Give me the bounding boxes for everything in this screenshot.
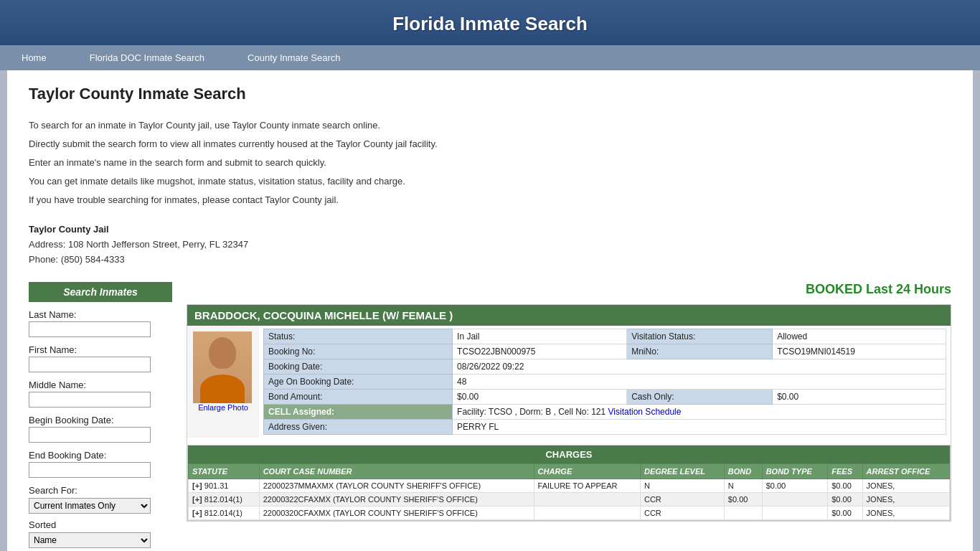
charge-cell-7: JONES, (862, 506, 949, 519)
age-value: 48 (453, 374, 946, 389)
expand-btn[interactable]: [+] (192, 509, 202, 517)
col-bond: BOND (724, 463, 762, 479)
nav-home[interactable]: Home (0, 45, 68, 70)
enlarge-photo-link[interactable]: Enlarge Photo (193, 403, 253, 412)
booking-no-label: Booking No: (264, 344, 453, 359)
sorted-select[interactable]: Name Booking Date (29, 532, 151, 548)
charge-cell-2: FAILURE TO APPEAR (534, 479, 640, 492)
charge-cell-7: JONES, (862, 479, 949, 492)
desc-line-3: Enter an inmate's name in the search for… (29, 155, 951, 171)
jail-info: Taylor County Jail Address: 108 North Je… (29, 222, 951, 267)
inmate-photo (193, 331, 252, 403)
charge-row: [+] 812.014(1)22000322CFAXMX (TAYLOR COU… (189, 492, 950, 506)
middle-name-label: Middle Name: (29, 380, 172, 390)
status-label: Status: (264, 329, 453, 344)
detail-row-address: Address Given: PERRY FL (264, 419, 946, 434)
col-fees: FEES (828, 463, 862, 479)
charge-cell-5 (762, 492, 828, 506)
visitation-status-label: Visitation Status: (627, 329, 773, 344)
end-booking-date-label: End Booking Date: (29, 450, 172, 461)
desc-line-1: To search for an inmate in Taylor County… (29, 118, 951, 133)
mni-no-value: TCSO19MNI014519 (773, 344, 946, 359)
booking-no-value: TCSO22JBN000975 (453, 344, 627, 359)
charge-cell-6: $0.00 (828, 492, 862, 506)
inmate-details: Status: In Jail Visitation Status: Allow… (259, 326, 951, 438)
charge-cell-5: $0.00 (762, 479, 828, 492)
last-name-label: Last Name: (29, 309, 172, 320)
inmate-name-bar: BRADDOCK, COCQUINA MICHELLE (W/ FEMALE ) (187, 305, 951, 326)
begin-booking-date-input[interactable] (29, 427, 151, 443)
detail-row-status: Status: In Jail Visitation Status: Allow… (264, 329, 946, 344)
cash-only-label: Cash Only: (627, 389, 773, 404)
detail-row-booking-date: Booking Date: 08/26/2022 09:22 (264, 359, 946, 374)
col-case-number: COURT CASE NUMBER (259, 463, 534, 479)
detail-row-bond: Bond Amount: $0.00 Cash Only: $0.00 (264, 389, 946, 404)
charge-cell-4: $0.00 (724, 492, 762, 506)
middle-name-input[interactable] (29, 392, 151, 408)
sorted-label: Sorted (29, 519, 172, 530)
site-title: Florida Inmate Search (0, 13, 980, 35)
charge-cell-3: N (640, 479, 724, 492)
booked-header: BOOKED Last 24 Hours (187, 282, 951, 297)
desc-line-5: If you have trouble searching for inmate… (29, 192, 951, 208)
charge-cell-1: 22000322CFAXMX (TAYLOR COUNTY SHERIFF'S … (259, 492, 534, 506)
end-booking-date-input[interactable] (29, 462, 151, 478)
cell-assigned-value: Facility: TCSO , Dorm: B , Cell No: 121 … (453, 404, 946, 419)
jail-phone: Phone: (850) 584-4333 (29, 253, 951, 268)
charge-cell-0: [+] 812.014(1) (189, 492, 260, 506)
begin-booking-date-label: Begin Booking Date: (29, 415, 172, 425)
inmate-card: BRADDOCK, COCQUINA MICHELLE (W/ FEMALE )… (187, 304, 951, 522)
cell-assigned-label: CELL Assigned: (264, 404, 453, 419)
charge-cell-6: $0.00 (828, 479, 862, 492)
address-given-label: Address Given: (264, 419, 453, 434)
description-block: To search for an inmate in Taylor County… (29, 118, 951, 208)
nav-county-search[interactable]: County Inmate Search (226, 45, 362, 70)
charges-table: STATUTE COURT CASE NUMBER CHARGE DEGREE … (188, 463, 950, 520)
charge-cell-2 (534, 506, 640, 519)
visitation-status-value: Allowed (773, 329, 946, 344)
bond-amount-value: $0.00 (453, 389, 627, 404)
last-name-input[interactable] (29, 321, 151, 337)
bond-amount-label: Bond Amount: (264, 389, 453, 404)
charge-cell-1: 22000320CFAXMX (TAYLOR COUNTY SHERIFF'S … (259, 506, 534, 519)
jail-name: Taylor County Jail (29, 222, 951, 237)
nav-doc-search[interactable]: Florida DOC Inmate Search (68, 45, 226, 70)
expand-btn[interactable]: [+] (192, 481, 202, 490)
col-charge: CHARGE (534, 463, 640, 479)
age-label: Age On Booking Date: (264, 374, 453, 389)
search-header-banner: Search Inmates (29, 282, 172, 302)
col-arrest-office: ARREST OFFICE (862, 463, 949, 479)
status-value: In Jail (453, 329, 627, 344)
charges-header-row: STATUTE COURT CASE NUMBER CHARGE DEGREE … (189, 463, 950, 479)
charge-cell-4 (724, 506, 762, 519)
site-header: Florida Inmate Search (0, 0, 980, 45)
jail-address: Address: 108 North Jefferson Street, Per… (29, 237, 951, 253)
booking-date-value: 08/26/2022 09:22 (453, 359, 946, 374)
desc-line-2: Directly submit the search form to view … (29, 136, 951, 152)
desc-line-4: You can get inmate details like mugshot,… (29, 174, 951, 189)
search-for-select[interactable]: Current Inmates Only All Inmates (29, 498, 151, 514)
charge-row: [+] 812.014(1)22000320CFAXMX (TAYLOR COU… (189, 506, 950, 519)
visitation-schedule-link[interactable]: Visitation Schedule (608, 407, 682, 417)
charge-cell-4: N (724, 479, 762, 492)
first-name-label: First Name: (29, 344, 172, 355)
page-title: Taylor County Inmate Search (29, 85, 951, 103)
main-layout: Search Inmates Last Name: First Name: Mi… (29, 282, 951, 551)
search-sidebar: Search Inmates Last Name: First Name: Mi… (29, 282, 172, 551)
charge-cell-3: CCR (640, 492, 724, 506)
charge-cell-6: $0.00 (828, 506, 862, 519)
charges-section: CHARGES STATUTE COURT CASE NUMBER CHARGE… (187, 445, 951, 521)
address-given-value: PERRY FL (453, 419, 946, 434)
inmate-photo-area: Enlarge Photo (187, 326, 259, 438)
mni-no-label: MniNo: (627, 344, 773, 359)
expand-btn[interactable]: [+] (192, 495, 202, 504)
charge-cell-3: CCR (640, 506, 724, 519)
first-name-input[interactable] (29, 357, 151, 372)
charge-cell-5 (762, 506, 828, 519)
charge-cell-2 (534, 492, 640, 506)
col-bond-type: BOND TYPE (762, 463, 828, 479)
inmate-body: Enlarge Photo Status: In Jail Visitation… (187, 326, 951, 438)
charge-cell-7: JONES, (862, 492, 949, 506)
detail-row-cell: CELL Assigned: Facility: TCSO , Dorm: B … (264, 404, 946, 419)
charge-row: [+] 901.3122000237MMAXMX (TAYLOR COUNTY … (189, 479, 950, 492)
